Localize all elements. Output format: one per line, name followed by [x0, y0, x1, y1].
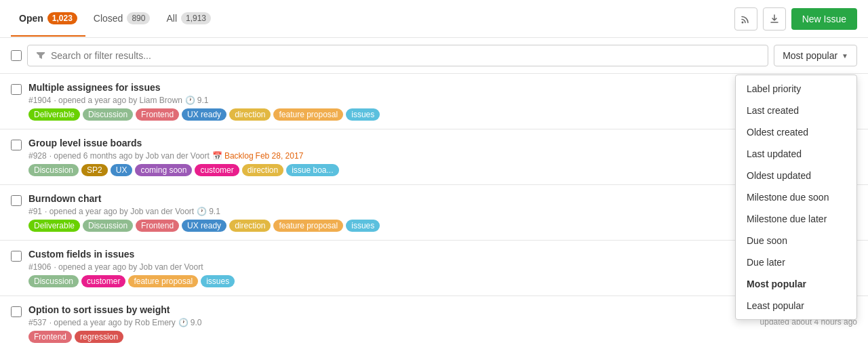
label[interactable]: regression	[75, 331, 123, 343]
issue-opened: · opened 6 months ago by Job van der Voo…	[50, 151, 210, 161]
header-bar: Open 1,023 Closed 890 All 1,913 New Issu…	[0, 0, 868, 38]
dropdown-item-due-later[interactable]: Due later	[736, 251, 856, 273]
new-issue-button[interactable]: New Issue	[791, 8, 857, 30]
label[interactable]: Discussion	[28, 275, 79, 287]
dropdown-item-due-soon[interactable]: Due soon	[736, 230, 856, 251]
label[interactable]: Frontend	[28, 331, 72, 343]
label[interactable]: feature proposal	[128, 275, 198, 287]
issue-meta: #537 · opened a year ago by Rob Emery 🕐 …	[28, 318, 753, 327]
issue-meta: #928 · opened 6 months ago by Job van de…	[28, 151, 829, 161]
sort-dropdown[interactable]: Most popular ▼	[774, 45, 857, 66]
dropdown-item-oldest-updated[interactable]: Oldest updated	[736, 165, 856, 186]
clock-icon: 🕐	[178, 318, 189, 327]
label[interactable]: issues	[201, 275, 235, 287]
dropdown-item-oldest-created[interactable]: Oldest created	[736, 121, 856, 143]
tab-open-label: Open	[19, 13, 43, 24]
issue-checkbox[interactable]	[11, 306, 22, 317]
issue-title[interactable]: Group level issue boards	[28, 138, 829, 148]
search-input[interactable]	[51, 50, 760, 61]
issue-meta: #91 · opened a year ago by Job van der V…	[28, 207, 778, 216]
issue-content: Option to sort issues by weight #537 · o…	[28, 304, 753, 343]
header-actions: New Issue	[734, 7, 857, 30]
issue-number: #928	[28, 151, 47, 161]
labels: DiscussionSP2UXcoming sooncustomerdirect…	[28, 164, 829, 176]
dropdown-item-most-popular[interactable]: Most popular	[736, 273, 856, 295]
label[interactable]: issues	[346, 220, 380, 232]
clock-icon: 🕐	[197, 207, 207, 216]
issue-checkbox[interactable]	[11, 195, 22, 206]
tab-all[interactable]: All 1,913	[158, 1, 219, 37]
issue-content: Multiple assignees for issues #1904 · op…	[28, 82, 824, 121]
issue-content: Custom fields in issues #1906 · opened a…	[28, 249, 829, 287]
tab-all-label: All	[166, 13, 177, 24]
labels: Frontendregression	[28, 331, 753, 343]
issue-number: #1906	[28, 262, 51, 272]
issue-number: #1904	[28, 96, 51, 105]
dropdown-item-milestone-due-soon[interactable]: Milestone due soon	[736, 186, 856, 208]
label[interactable]: UX ready	[182, 220, 226, 232]
tabs: Open 1,023 Closed 890 All 1,913	[11, 1, 734, 37]
issue-number: #91	[28, 207, 42, 216]
labels: Discussioncustomerfeature proposalissues	[28, 275, 829, 287]
label[interactable]: SP2	[81, 164, 108, 176]
dropdown-item-least-popular[interactable]: Least popular	[736, 295, 856, 317]
dropdown-item-milestone-due-later[interactable]: Milestone due later	[736, 208, 856, 230]
label[interactable]: Deliverable	[28, 220, 80, 232]
filter-bar: Most popular ▼	[0, 38, 868, 74]
label[interactable]: customer	[81, 275, 125, 287]
label[interactable]: Frontend	[136, 108, 179, 121]
rss-button[interactable]	[734, 7, 757, 30]
issue-title[interactable]: Multiple assignees for issues	[28, 82, 824, 93]
labels: DeliverableDiscussionFrontendUX readydir…	[28, 108, 824, 121]
issue-checkbox[interactable]	[11, 251, 22, 262]
tab-open[interactable]: Open 1,023	[11, 1, 85, 37]
label[interactable]: Deliverable	[28, 108, 80, 121]
select-all-checkbox[interactable]	[11, 50, 22, 61]
label[interactable]: issue boa...	[286, 164, 338, 176]
label[interactable]: coming soon	[135, 164, 192, 176]
label[interactable]: Discussion	[83, 108, 133, 121]
svg-point-0	[741, 21, 743, 23]
label[interactable]: Frontend	[136, 220, 179, 232]
tab-open-count: 1,023	[47, 12, 77, 24]
issue-checkbox[interactable]	[11, 84, 22, 95]
label[interactable]: direction	[229, 108, 271, 121]
issue-title[interactable]: Option to sort issues by weight	[28, 304, 753, 315]
label[interactable]: UX ready	[182, 108, 226, 121]
label[interactable]: direction	[229, 220, 271, 232]
dropdown-item-last-updated[interactable]: Last updated	[736, 143, 856, 165]
issue-opened: · opened a year ago by Liam Brown	[54, 96, 182, 105]
issue-opened: · opened a year ago by Job van der Voort	[54, 262, 203, 272]
tab-closed[interactable]: Closed 890	[85, 1, 159, 37]
issue-meta: #1904 · opened a year ago by Liam Brown …	[28, 96, 824, 105]
issue-meta: #1906 · opened a year ago by Job van der…	[28, 262, 829, 272]
dropdown-item-last-created[interactable]: Last created	[736, 100, 856, 121]
label[interactable]: feature proposal	[273, 108, 343, 121]
issue-opened: · opened a year ago by Rob Emery	[50, 318, 176, 327]
milestone: 🕐 9.1	[185, 96, 209, 105]
filter-input-container	[27, 45, 768, 66]
chevron-down-icon: ▼	[842, 52, 848, 60]
label[interactable]: issues	[346, 108, 380, 121]
milestone: 🕐 9.0	[178, 318, 202, 327]
milestone: 🕐 9.1	[197, 207, 220, 216]
clock-icon: 🕐	[185, 96, 195, 105]
issue-title[interactable]: Custom fields in issues	[28, 249, 829, 260]
calendar-icon: 📅	[212, 151, 222, 161]
label[interactable]: customer	[195, 164, 239, 176]
tab-all-count: 1,913	[181, 12, 211, 24]
issue-content: Burndown chart #91 · opened a year ago b…	[28, 193, 778, 232]
issue-checkbox[interactable]	[11, 140, 22, 150]
label[interactable]: Discussion	[28, 164, 79, 176]
label[interactable]: direction	[242, 164, 283, 176]
dropdown-item-label-priority[interactable]: Label priority	[736, 78, 856, 100]
sort-dropdown-menu: Label priorityLast createdOldest created…	[735, 75, 857, 320]
download-button[interactable]	[763, 7, 786, 30]
label[interactable]: feature proposal	[273, 220, 343, 232]
issue-title[interactable]: Burndown chart	[28, 193, 778, 204]
labels: DeliverableDiscussionFrontendUX readydir…	[28, 220, 778, 232]
issue-opened: · opened a year ago by Job van der Voort	[45, 207, 194, 216]
label[interactable]: Discussion	[83, 220, 133, 232]
label[interactable]: UX	[111, 164, 133, 176]
issue-content: Group level issue boards #928 · opened 6…	[28, 138, 829, 176]
